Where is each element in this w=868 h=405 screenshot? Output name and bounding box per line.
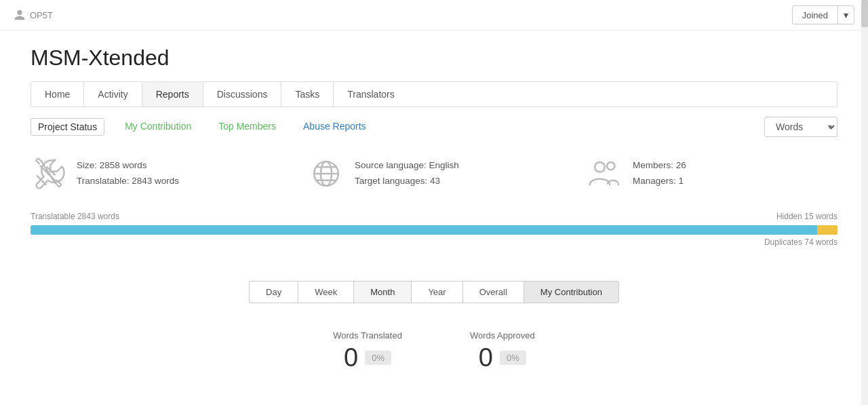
approved-count: 0	[479, 345, 493, 370]
main-tabs: Home Activity Reports Discussions Tasks …	[31, 81, 837, 107]
period-tab-year[interactable]: Year	[411, 281, 462, 303]
translatable-label: Translatable: 2843 words	[77, 174, 179, 189]
tab-translators[interactable]: Translators	[334, 82, 408, 107]
progress-bar	[31, 225, 837, 235]
period-tab-day[interactable]: Day	[249, 281, 298, 303]
user-icon	[14, 9, 26, 21]
tab-discussions[interactable]: Discussions	[203, 82, 282, 107]
stat-block-size: Size: 2858 words Translatable: 2843 word…	[31, 156, 281, 191]
svg-point-6	[595, 162, 605, 172]
period-tab-month[interactable]: Month	[353, 281, 411, 303]
joined-label: Joined	[793, 7, 837, 24]
svg-point-7	[607, 162, 614, 170]
period-tab-week[interactable]: Week	[298, 281, 353, 303]
contribution-stats: Words Translated 0 0% Words Approved 0 0…	[17, 317, 851, 377]
words-dropdown-wrapper[interactable]: Words Strings	[764, 117, 837, 137]
project-title: MSM-Xtended	[17, 31, 851, 81]
wrench-icon	[31, 156, 66, 191]
tab-reports[interactable]: Reports	[142, 82, 203, 107]
words-select[interactable]: Words Strings	[764, 117, 837, 137]
period-tabs: Day Week Month Year Overall My Contribut…	[17, 261, 851, 317]
progress-bar-yellow	[817, 225, 837, 235]
translated-pct: 0%	[365, 351, 391, 365]
period-tab-overall[interactable]: Overall	[462, 281, 524, 303]
globe-icon	[309, 156, 344, 191]
members-icon	[587, 156, 622, 191]
scrollbar-thumb[interactable]	[861, 0, 868, 27]
approved-pct: 0%	[500, 351, 526, 365]
stat-block-language: Source language: English Target language…	[309, 156, 559, 191]
tab-home[interactable]: Home	[31, 82, 84, 107]
source-language-label: Source language: English	[355, 158, 459, 174]
sub-tab-abuse-reports[interactable]: Abuse Reports	[296, 118, 373, 136]
translatable-bar-label: Translatable 2843 words	[31, 212, 119, 221]
duplicates-label: Duplicates 74 words	[31, 237, 837, 247]
stat-text-members: Members: 26 Managers: 1	[633, 158, 686, 189]
joined-button[interactable]: Joined ▾	[792, 5, 854, 24]
tab-tasks[interactable]: Tasks	[281, 82, 334, 107]
sub-tabs: Project Status My Contribution Top Membe…	[17, 107, 851, 142]
managers-label: Managers: 1	[633, 174, 686, 189]
user-badge: OP5T	[14, 9, 53, 21]
contrib-block-approved: Words Approved 0 0%	[470, 330, 535, 370]
words-translated-label: Words Translated	[333, 330, 402, 341]
progress-bar-blue	[31, 225, 817, 235]
stat-block-members: Members: 26 Managers: 1	[587, 156, 837, 191]
tab-activity[interactable]: Activity	[84, 82, 142, 107]
members-label: Members: 26	[633, 158, 686, 174]
size-label: Size: 2858 words	[77, 158, 179, 174]
username-label: OP5T	[30, 10, 53, 20]
progress-labels: Translatable 2843 words Hidden 15 words	[31, 212, 837, 221]
progress-section: Translatable 2843 words Hidden 15 words …	[17, 205, 851, 261]
contrib-block-translated: Words Translated 0 0%	[333, 330, 402, 370]
stats-row: Size: 2858 words Translatable: 2843 word…	[17, 142, 851, 205]
stat-text-language: Source language: English Target language…	[355, 158, 459, 189]
top-bar: OP5T Joined ▾	[0, 0, 868, 31]
words-approved-label: Words Approved	[470, 330, 535, 341]
sub-tab-top-members[interactable]: Top Members	[212, 118, 283, 136]
stat-text-size: Size: 2858 words Translatable: 2843 word…	[77, 158, 179, 189]
translated-count: 0	[344, 345, 358, 370]
scrollbar[interactable]	[861, 0, 868, 377]
hidden-bar-label: Hidden 15 words	[776, 212, 837, 221]
period-tab-my-contribution[interactable]: My Contribution	[524, 281, 619, 303]
target-languages-label: Target languages: 43	[355, 174, 459, 189]
sub-tab-project-status[interactable]: Project Status	[31, 118, 104, 136]
sub-tabs-left: Project Status My Contribution Top Membe…	[31, 118, 373, 136]
sub-tab-my-contribution[interactable]: My Contribution	[118, 118, 198, 136]
joined-dropdown-arrow[interactable]: ▾	[837, 6, 854, 24]
